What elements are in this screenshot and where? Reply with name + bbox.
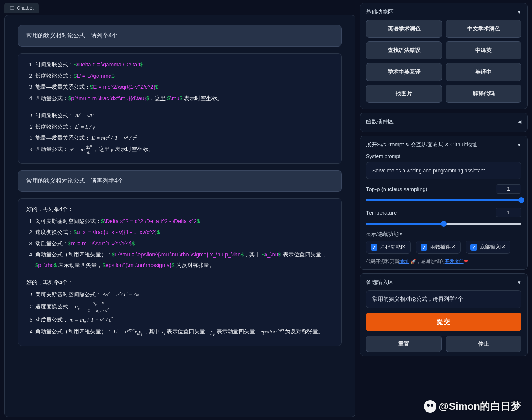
sysprompt-input[interactable]: Serve me as a writing and programming as… [366,162,521,179]
chevron-left-icon: ◀ [518,119,521,124]
bot-message: 好的，再列举4个： 闵可夫斯基时空间隔公式：$\Delta s^2 = c^2 … [18,198,342,346]
chat-area[interactable]: 常用的狭义相对论公式，请列举4个 时间膨胀公式：$\Delta t' = \ga… [4,15,355,417]
chevron-down-icon: ▼ [517,142,521,147]
rocket-icon: 🚀 [410,259,416,264]
svg-rect-0 [10,6,14,9]
func-btn-7[interactable]: 解释代码 [446,85,521,103]
check-icon: ✓ [470,244,477,251]
devs-link[interactable]: 开发者们 [445,259,464,264]
tab-chatbot[interactable]: Chatbot [4,3,39,13]
panel-title: 函数插件区 [366,118,394,125]
visibility-label: 显示/隐藏功能区 [366,231,521,238]
topp-label: Top-p (nucleus sampling) [366,186,428,192]
plugin-panel-header[interactable]: 函数插件区 ◀ [365,117,522,128]
sysprompt-header[interactable]: 展开SysPrompt & 交互界面布局 & Github地址 ▼ [365,140,522,151]
temperature-param: Temperature [366,208,521,226]
alt-text-input[interactable]: 常用的狭义相对论公式，请再列举4个 [366,290,521,308]
func-btn-4[interactable]: 学术中英互译 [366,63,442,81]
chevron-down-icon: ▼ [517,10,521,15]
temp-slider[interactable] [366,221,521,226]
chat-icon [10,6,15,11]
func-btn-1[interactable]: 中文学术润色 [446,20,521,38]
func-btn-5[interactable]: 英译中 [446,63,521,81]
user-msg-text: 常用的狭义相对论公式，请列举4个 [26,32,118,39]
check-icon: ✓ [371,244,377,251]
submit-button[interactable]: 提交 [366,313,521,331]
sysprompt-panel: 展开SysPrompt & 交互界面布局 & Github地址 ▼ System… [360,136,528,270]
checkbox-bottom-input[interactable]: ✓ 底部输入区 [466,241,510,254]
func-btn-3[interactable]: 中译英 [446,41,521,59]
panel-title: 备选输入区 [366,279,394,286]
alt-input-header[interactable]: 备选输入区 ▼ [365,277,522,289]
repo-link[interactable]: 地址 [399,259,409,264]
topp-param: Top-p (nucleus sampling) [366,184,521,202]
basic-functions-panel: 基础功能区 ▼ 英语学术润色 中文学术润色 查找语法错误 中译英 学术中英互译 … [360,3,528,109]
user-msg-text: 常用的狭义相对论公式，请再列举4个 [26,178,123,184]
func-btn-0[interactable]: 英语学术润色 [366,20,442,38]
panel-title: 基础功能区 [366,8,394,15]
topp-value-input[interactable] [496,184,521,194]
tab-label: Chatbot [17,5,34,11]
plugin-panel: 函数插件区 ◀ [360,113,528,132]
sysprompt-label: System prompt [366,153,521,159]
user-message: 常用的狭义相对论公式，请列举4个 [18,25,342,47]
checkbox-basic[interactable]: ✓ 基础功能区 [366,241,411,254]
alt-input-panel: 备选输入区 ▼ 常用的狭义相对论公式，请再列举4个 提交 重置 停止 [360,273,528,356]
check-icon: ✓ [421,244,427,251]
basic-panel-header[interactable]: 基础功能区 ▼ [365,7,522,18]
user-message: 常用的狭义相对论公式，请再列举4个 [18,170,342,192]
func-btn-2[interactable]: 查找语法错误 [366,41,442,59]
bot-message: 时间膨胀公式：$\Delta t' = \gamma \Delta t$ 长度收… [18,53,342,164]
tab-bar: Chatbot [4,3,355,13]
stop-button[interactable]: 停止 [446,336,521,352]
func-btn-6[interactable]: 找图片 [366,85,442,103]
topp-slider[interactable] [366,197,521,202]
checkbox-plugin[interactable]: ✓ 函数插件区 [416,241,461,254]
temp-value-input[interactable] [496,208,521,217]
reset-button[interactable]: 重置 [366,336,442,352]
panel-title: 展开SysPrompt & 交互界面布局 & Github地址 [366,141,477,148]
temp-label: Temperature [366,209,397,216]
footer-note: 代码开源和更新地址 🚀，感谢热情的开发者们❤ [366,258,521,265]
chevron-down-icon: ▼ [517,280,521,285]
heart-icon: ❤ [464,259,468,264]
